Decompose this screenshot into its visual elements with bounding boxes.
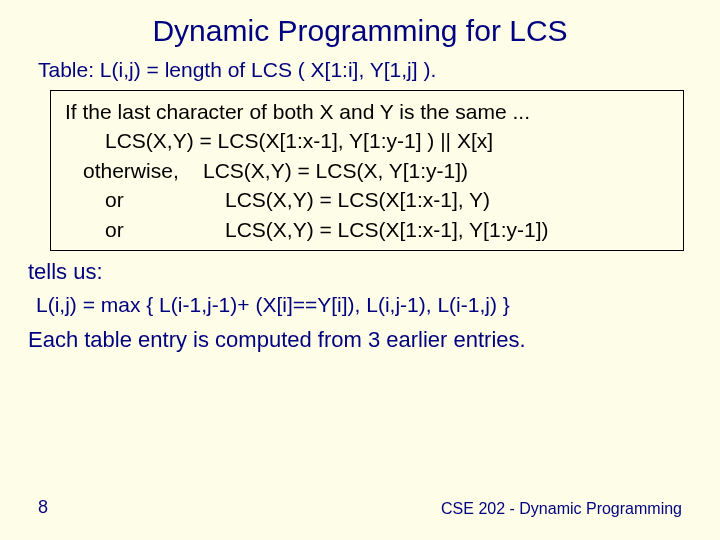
table-definition: Table: L(i,j) = length of LCS ( X[1:i], … <box>38 58 720 82</box>
box-same-case: LCS(X,Y) = LCS(X[1:x-1], Y[1:y-1] ) || X… <box>105 126 673 155</box>
or-value-2: LCS(X,Y) = LCS(X[1:x-1], Y[1:y-1]) <box>225 215 548 244</box>
or-label-1: or <box>105 185 225 214</box>
otherwise-label: otherwise, <box>83 156 203 185</box>
box-condition: If the last character of both X and Y is… <box>65 97 673 126</box>
conclusion-text: Each table entry is computed from 3 earl… <box>28 327 720 353</box>
page-number: 8 <box>38 497 48 518</box>
or-label-2: or <box>105 215 225 244</box>
footer-course: CSE 202 - Dynamic Programming <box>441 500 682 518</box>
recurrence-box: If the last character of both X and Y is… <box>50 90 684 251</box>
otherwise-value: LCS(X,Y) = LCS(X, Y[1:y-1]) <box>203 156 468 185</box>
tells-us-label: tells us: <box>28 259 720 285</box>
dp-formula: L(i,j) = max { L(i-1,j-1)+ (X[i]==Y[i]),… <box>36 293 720 317</box>
slide-title: Dynamic Programming for LCS <box>0 0 720 54</box>
or-value-1: LCS(X,Y) = LCS(X[1:x-1], Y) <box>225 185 490 214</box>
